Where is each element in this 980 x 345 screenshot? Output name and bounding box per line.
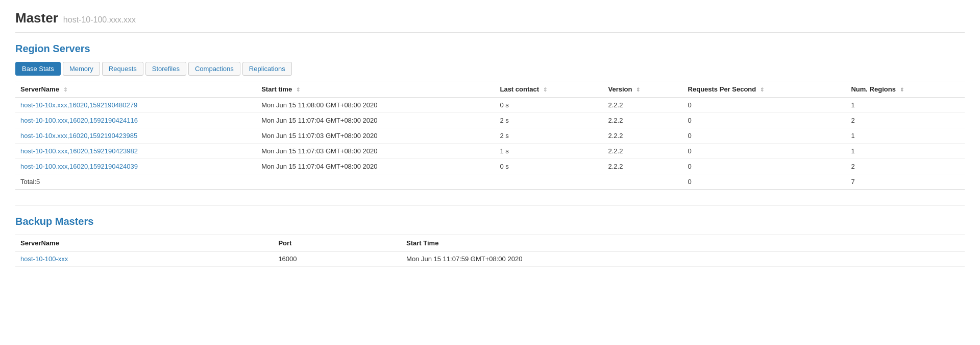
cell-num-regions: 2 — [846, 159, 965, 174]
cell-rps: 0 — [683, 159, 846, 174]
cell-start-time: Mon Jun 15 11:07:04 GMT+08:00 2020 — [256, 113, 495, 128]
total-row: Total:5 0 7 — [15, 174, 965, 190]
sort-icon-version[interactable]: ⇕ — [636, 87, 640, 93]
cell-server-name: host-10-100.xxx,16020,1592190424116 — [15, 113, 256, 128]
cell-last-contact: 1 s — [495, 144, 603, 159]
table-row: host-10-10x.xxx,16020,1592190423985 Mon … — [15, 128, 965, 144]
tab-replications[interactable]: Replications — [242, 62, 292, 76]
col-header-server-name: ServerName ⇕ — [15, 81, 256, 98]
master-header: Master host-10-100.xxx.xxx — [15, 10, 965, 33]
server-name-link[interactable]: host-10-10x.xxx,16020,1592190480279 — [20, 101, 137, 109]
tab-storefiles[interactable]: Storefiles — [145, 62, 186, 76]
tab-base-stats[interactable]: Base Stats — [15, 62, 61, 76]
master-title: Master — [15, 10, 58, 26]
server-name-link[interactable]: host-10-100.xxx,16020,1592190424116 — [20, 117, 138, 124]
cell-version: 2.2.2 — [603, 159, 683, 174]
region-servers-table: ServerName ⇕ Start time ⇕ Last contact ⇕… — [15, 81, 965, 190]
cell-num-regions: 2 — [846, 113, 965, 128]
sort-icon-num-regions[interactable]: ⇕ — [900, 87, 904, 93]
table-row: host-10-100.xxx,16020,1592190423982 Mon … — [15, 144, 965, 159]
cell-last-contact: 0 s — [495, 98, 603, 113]
server-name-link[interactable]: host-10-100.xxx,16020,1592190423982 — [20, 147, 138, 155]
cell-rps: 0 — [683, 98, 846, 113]
backup-masters-title: Backup Masters — [15, 216, 965, 227]
bm-cell-server-name: host-10-100-xxx — [15, 251, 273, 267]
backup-masters-section: Backup Masters ServerName Port Start Tim… — [15, 216, 965, 267]
col-header-num-regions: Num. Regions ⇕ — [846, 81, 965, 98]
total-last-contact — [495, 174, 603, 190]
bm-cell-port: 16000 — [273, 251, 401, 267]
total-start-time — [256, 174, 495, 190]
cell-rps: 0 — [683, 113, 846, 128]
cell-rps: 0 — [683, 144, 846, 159]
cell-num-regions: 1 — [846, 98, 965, 113]
bm-server-name-link[interactable]: host-10-100-xxx — [20, 255, 68, 263]
cell-last-contact: 2 s — [495, 128, 603, 144]
cell-version: 2.2.2 — [603, 144, 683, 159]
cell-start-time: Mon Jun 15 11:07:03 GMT+08:00 2020 — [256, 144, 495, 159]
cell-rps: 0 — [683, 128, 846, 144]
total-version — [603, 174, 683, 190]
region-servers-section: Region Servers Base Stats Memory Request… — [15, 43, 965, 190]
cell-num-regions: 1 — [846, 128, 965, 144]
bm-col-start-time: Start Time — [401, 235, 965, 251]
server-name-link[interactable]: host-10-10x.xxx,16020,1592190423985 — [20, 132, 137, 140]
cell-num-regions: 1 — [846, 144, 965, 159]
server-name-link[interactable]: host-10-100.xxx,16020,1592190424039 — [20, 163, 138, 170]
col-header-version: Version ⇕ — [603, 81, 683, 98]
table-row: host-10-100-xxx 16000 Mon Jun 15 11:07:5… — [15, 251, 965, 267]
region-servers-title: Region Servers — [15, 43, 965, 55]
cell-version: 2.2.2 — [603, 128, 683, 144]
total-num-regions: 7 — [846, 174, 965, 190]
backup-masters-table: ServerName Port Start Time host-10-100-x… — [15, 235, 965, 267]
bm-col-port: Port — [273, 235, 401, 251]
tab-compactions[interactable]: Compactions — [188, 62, 240, 76]
sort-icon-start-time[interactable]: ⇕ — [296, 87, 300, 93]
cell-last-contact: 0 s — [495, 159, 603, 174]
table-row: host-10-10x.xxx,16020,1592190480279 Mon … — [15, 98, 965, 113]
master-hostname: host-10-100.xxx.xxx — [63, 15, 136, 25]
cell-last-contact: 2 s — [495, 113, 603, 128]
tab-memory[interactable]: Memory — [63, 62, 100, 76]
cell-start-time: Mon Jun 15 11:07:03 GMT+08:00 2020 — [256, 128, 495, 144]
total-rps: 0 — [683, 174, 846, 190]
bm-cell-start-time: Mon Jun 15 11:07:59 GMT+08:00 2020 — [401, 251, 965, 267]
section-divider — [15, 205, 965, 205]
region-servers-table-header-row: ServerName ⇕ Start time ⇕ Last contact ⇕… — [15, 81, 965, 98]
cell-version: 2.2.2 — [603, 113, 683, 128]
region-servers-tabs: Base Stats Memory Requests Storefiles Co… — [15, 62, 965, 76]
cell-server-name: host-10-10x.xxx,16020,1592190480279 — [15, 98, 256, 113]
sort-icon-last-contact[interactable]: ⇕ — [543, 87, 547, 93]
backup-masters-header-row: ServerName Port Start Time — [15, 235, 965, 251]
sort-icon-server-name[interactable]: ⇕ — [63, 87, 67, 93]
table-row: host-10-100.xxx,16020,1592190424116 Mon … — [15, 113, 965, 128]
sort-icon-rps[interactable]: ⇕ — [760, 87, 764, 93]
total-label: Total:5 — [15, 174, 256, 190]
table-row: host-10-100.xxx,16020,1592190424039 Mon … — [15, 159, 965, 174]
cell-version: 2.2.2 — [603, 98, 683, 113]
cell-server-name: host-10-100.xxx,16020,1592190424039 — [15, 159, 256, 174]
cell-start-time: Mon Jun 15 11:07:04 GMT+08:00 2020 — [256, 159, 495, 174]
col-header-requests-per-second: Requests Per Second ⇕ — [683, 81, 846, 98]
tab-requests[interactable]: Requests — [102, 62, 143, 76]
cell-start-time: Mon Jun 15 11:08:00 GMT+08:00 2020 — [256, 98, 495, 113]
cell-server-name: host-10-10x.xxx,16020,1592190423985 — [15, 128, 256, 144]
col-header-last-contact: Last contact ⇕ — [495, 81, 603, 98]
cell-server-name: host-10-100.xxx,16020,1592190423982 — [15, 144, 256, 159]
bm-col-server-name: ServerName — [15, 235, 273, 251]
col-header-start-time: Start time ⇕ — [256, 81, 495, 98]
